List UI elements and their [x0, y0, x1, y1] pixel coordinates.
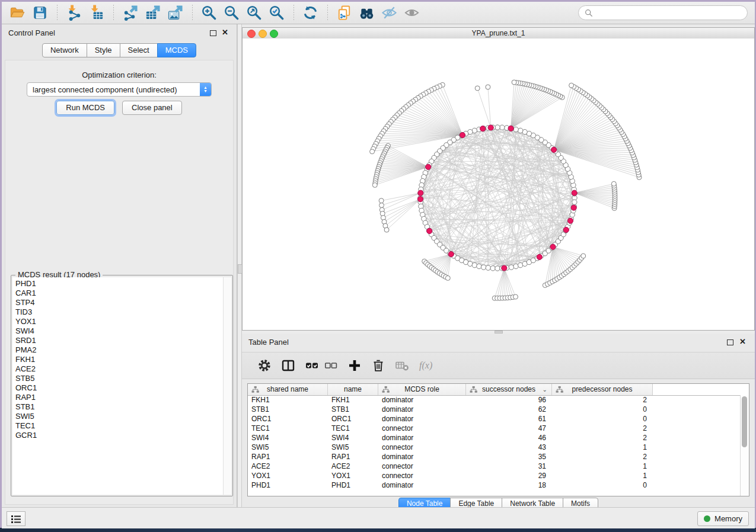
- mcds-result-item[interactable]: SRD1: [12, 336, 224, 345]
- table-row[interactable]: ORC1ORC1dominator610: [248, 414, 741, 424]
- column-header-successor-nodes[interactable]: successor nodes⌄: [466, 384, 552, 395]
- mcds-result-item[interactable]: SWI4: [12, 326, 224, 336]
- mcds-result-item[interactable]: ACE2: [12, 364, 224, 374]
- unselect-all-columns-button[interactable]: [322, 357, 340, 374]
- tab-mcds[interactable]: MCDS: [157, 43, 196, 57]
- table-row[interactable]: TEC1TEC1connector472: [248, 424, 741, 433]
- column-header-name[interactable]: name: [328, 384, 378, 395]
- create-column-button[interactable]: [346, 357, 363, 374]
- zoom-selected-button[interactable]: [267, 4, 286, 23]
- network-from-selection-button[interactable]: [335, 4, 354, 23]
- table-row[interactable]: PHD1PHD1dominator180: [248, 480, 741, 490]
- zoom-in-button[interactable]: [200, 4, 219, 23]
- mcds-result-item[interactable]: STB5: [12, 374, 224, 383]
- mcds-result-item[interactable]: STB1: [12, 402, 224, 412]
- mcds-result-item[interactable]: SWI5: [12, 412, 224, 421]
- criterion-dropdown[interactable]: largest connected component (undirected)…: [27, 82, 212, 97]
- memory-button[interactable]: Memory: [697, 511, 749, 526]
- apply-layout-button[interactable]: [301, 4, 320, 23]
- hide-selected-button[interactable]: [380, 4, 399, 23]
- table-row[interactable]: RAP1RAP1dominator352: [248, 452, 741, 462]
- node-table-header: shared namenameMCDS rolesuccessor nodes⌄…: [248, 384, 749, 396]
- table-row[interactable]: STB1STB1dominator620: [248, 405, 741, 414]
- table-scrollbar-thumb[interactable]: [742, 396, 747, 447]
- export-image-button[interactable]: [166, 4, 185, 23]
- show-all-button[interactable]: [403, 4, 422, 23]
- delete-table-button: [393, 357, 411, 374]
- cell-MCDS-role: dominator: [378, 480, 466, 490]
- minimize-window-button[interactable]: [259, 30, 267, 38]
- cell-successor-nodes: 46: [466, 433, 552, 443]
- table-scrollbar[interactable]: [740, 395, 749, 496]
- mcds-result-item[interactable]: GCR1: [12, 431, 224, 440]
- run-mcds-button[interactable]: Run MCDS: [56, 101, 114, 115]
- open-file-button[interactable]: [8, 4, 27, 23]
- column-header-predecessor-nodes[interactable]: predecessor nodes: [552, 384, 653, 395]
- tab-select[interactable]: Select: [120, 43, 158, 57]
- table-options-button[interactable]: [256, 357, 273, 374]
- save-session-button[interactable]: [31, 4, 50, 23]
- task-history-button[interactable]: [7, 511, 25, 526]
- zoom-out-button[interactable]: [222, 4, 241, 23]
- column-label: name: [344, 385, 362, 393]
- column-header-shared-name[interactable]: shared name: [248, 384, 328, 395]
- import-network-button[interactable]: [65, 4, 84, 23]
- cell-MCDS-role: dominator: [378, 452, 466, 462]
- cell-name: FKH1: [328, 395, 378, 405]
- network-window-titlebar[interactable]: YPA_prune.txt_1: [243, 28, 754, 39]
- table-row[interactable]: SWI5SWI5connector431: [248, 443, 741, 452]
- mcds-result-item[interactable]: TEC1: [12, 421, 224, 431]
- mcds-result-item[interactable]: RAP1: [12, 393, 224, 402]
- select-all-columns-button[interactable]: [303, 357, 321, 374]
- cell-predecessor-nodes: 2: [552, 433, 653, 443]
- table-row[interactable]: FKH1FKH1dominator962: [248, 395, 741, 405]
- import-table-button[interactable]: [87, 4, 106, 23]
- column-header-MCDS-role[interactable]: MCDS role: [378, 384, 466, 395]
- cell-shared-name: ORC1: [248, 414, 328, 424]
- show-columns-button[interactable]: [279, 357, 297, 374]
- zoom-out-icon: [224, 5, 240, 21]
- close-panel-icon[interactable]: ✕: [222, 28, 228, 37]
- dropdown-stepper-icon: ▲▼: [200, 83, 211, 96]
- maximize-window-button[interactable]: [270, 30, 278, 38]
- cell-successor-nodes: 96: [466, 395, 552, 405]
- search-input[interactable]: [596, 8, 741, 18]
- cell-shared-name: TEC1: [248, 424, 328, 433]
- search-box[interactable]: [578, 5, 748, 20]
- tab-style[interactable]: Style: [87, 43, 120, 57]
- mcds-result-item[interactable]: CAR1: [12, 289, 224, 298]
- cell-predecessor-nodes: 2: [552, 452, 653, 462]
- mcds-result-item[interactable]: PMA2: [12, 345, 224, 355]
- mcds-result-scrollbar[interactable]: [223, 277, 231, 495]
- desktop-wallpaper-strip: [0, 528, 756, 532]
- float-panel-icon[interactable]: [210, 30, 216, 36]
- cell-predecessor-nodes: 1: [552, 471, 653, 480]
- mcds-result-item[interactable]: ORC1: [12, 383, 224, 393]
- vertical-splitter[interactable]: [237, 24, 242, 508]
- float-panel-icon[interactable]: [727, 339, 733, 345]
- import-table-icon: [88, 5, 104, 21]
- mcds-result-item[interactable]: FKH1: [12, 355, 224, 364]
- close-window-button[interactable]: [247, 30, 256, 38]
- mcds-result-item[interactable]: TID3: [12, 307, 224, 317]
- close-panel-icon[interactable]: ✕: [739, 337, 746, 346]
- table-row[interactable]: YOX1YOX1connector291: [248, 471, 741, 480]
- first-neighbors-button[interactable]: [358, 4, 377, 23]
- export-network-button[interactable]: [121, 4, 140, 23]
- toolbar-separator: [113, 5, 114, 21]
- export-table-button[interactable]: [143, 4, 162, 23]
- mcds-result-item[interactable]: YOX1: [12, 317, 224, 326]
- tab-network[interactable]: Network: [42, 43, 87, 57]
- table-row[interactable]: ACE2ACE2connector311: [248, 462, 741, 471]
- delete-columns-button[interactable]: [369, 357, 387, 374]
- cell-MCDS-role: dominator: [378, 433, 466, 443]
- mcds-result-item[interactable]: STP4: [12, 298, 224, 307]
- content-area: Control Panel ✕ NetworkStyleSelectMCDS O…: [2, 24, 755, 508]
- network-graph: [243, 39, 754, 330]
- mcds-result-item[interactable]: PHD1: [12, 279, 224, 289]
- table-row[interactable]: SWI4SWI4dominator462: [248, 433, 741, 443]
- network-canvas[interactable]: [243, 39, 754, 330]
- zoom-fit-button[interactable]: [245, 4, 264, 23]
- close-panel-button[interactable]: Close panel: [122, 101, 182, 115]
- mcds-result-list[interactable]: PHD1CAR1STP4TID3YOX1SWI4SRD1PMA2FKH1ACE2…: [12, 277, 224, 495]
